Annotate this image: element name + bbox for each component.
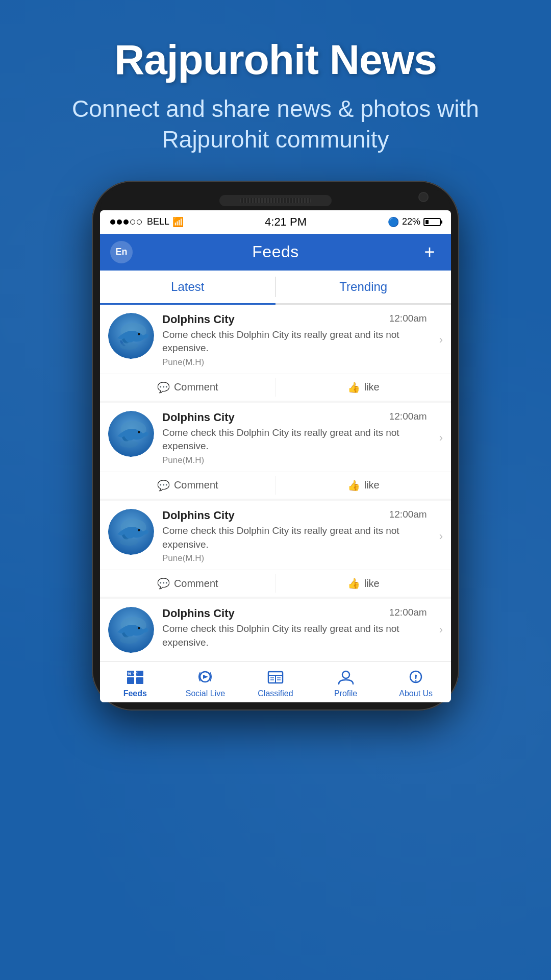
language-button[interactable]: En <box>110 241 133 263</box>
social-live-label: Social Live <box>186 689 225 698</box>
like-icon: 👍 <box>347 577 360 590</box>
feed-time: 12:00am <box>389 509 427 520</box>
like-icon: 👍 <box>347 479 360 492</box>
status-bar: BELL 📶 4:21 PM 🔵 22% <box>100 210 451 234</box>
feed-actions: 💬 Comment 👍 like <box>100 570 451 597</box>
signal-dot-3 <box>123 219 129 225</box>
tab-trending[interactable]: Trending <box>276 271 452 303</box>
feed-text: Dolphins City 12:00am Come check this Do… <box>162 509 427 564</box>
about-icon <box>404 668 428 687</box>
chevron-right-icon[interactable]: › <box>439 623 443 636</box>
feed-time: 12:00am <box>389 313 427 324</box>
classified-icon <box>263 668 288 687</box>
bluetooth-icon: 🔵 <box>388 216 399 228</box>
feed-item: Dolphins City 12:00am Come check this Do… <box>100 599 451 659</box>
battery-indicator <box>423 218 441 226</box>
nav-profile[interactable]: Profile <box>311 666 381 700</box>
like-button[interactable]: 👍 like <box>276 570 452 597</box>
profile-label: Profile <box>334 689 357 698</box>
feed-time: 12:00am <box>389 411 427 422</box>
status-right: 🔵 22% <box>388 216 441 228</box>
bottom-nav: N NEWS Feeds <box>100 661 451 702</box>
chevron-right-icon[interactable]: › <box>439 431 443 445</box>
app-title: Rajpurohit News <box>114 36 437 84</box>
classified-label: Classified <box>258 689 293 698</box>
signal-dot-4 <box>130 219 135 225</box>
feed-time: 12:00am <box>389 607 427 618</box>
tab-latest[interactable]: Latest <box>100 271 276 303</box>
feed-title: Dolphins City <box>162 313 235 326</box>
nav-feeds[interactable]: N NEWS Feeds <box>100 666 170 700</box>
svg-point-10 <box>138 529 140 531</box>
feed-description: Come check this Dolphin City its really … <box>162 426 427 453</box>
phone-screen: BELL 📶 4:21 PM 🔵 22% En Feeds <box>100 210 451 703</box>
comment-icon: 💬 <box>157 577 170 590</box>
comment-label: Comment <box>174 578 218 590</box>
status-time: 4:21 PM <box>184 215 388 229</box>
tabs-bar: Latest Trending <box>100 271 451 305</box>
signal-dot-2 <box>117 219 122 225</box>
feed-description: Come check this Dolphin City its really … <box>162 524 427 551</box>
like-button[interactable]: 👍 like <box>276 472 452 499</box>
comment-button[interactable]: 💬 Comment <box>100 374 276 401</box>
status-left: BELL 📶 <box>110 216 184 228</box>
app-header: En Feeds + <box>100 234 451 271</box>
svg-point-3 <box>120 342 138 349</box>
feed-description: Come check this Dolphin City its really … <box>162 622 427 649</box>
svg-marker-23 <box>203 675 208 679</box>
social-live-icon <box>193 668 217 687</box>
battery-fill <box>425 220 429 224</box>
feed-list: Dolphins City 12:00am Come check this Do… <box>100 305 451 659</box>
signal-dot-5 <box>137 219 142 225</box>
feeds-icon: N NEWS <box>123 668 147 687</box>
feed-description: Come check this Dolphin City its really … <box>162 328 427 355</box>
like-label: like <box>364 381 380 393</box>
feed-location: Pune(M.H) <box>162 553 427 564</box>
svg-text:NEWS: NEWS <box>128 671 138 675</box>
comment-icon: 💬 <box>157 381 170 394</box>
feed-text: Dolphins City 12:00am Come check this Do… <box>162 411 427 465</box>
feed-item: Dolphins City 12:00am Come check this Do… <box>100 501 451 597</box>
wifi-icon: 📶 <box>172 216 184 228</box>
svg-point-7 <box>120 440 138 447</box>
feed-title: Dolphins City <box>162 607 235 620</box>
signal-indicator <box>110 219 142 225</box>
svg-point-33 <box>415 680 417 682</box>
battery-label: 22% <box>402 216 420 227</box>
feeds-title: Feeds <box>252 242 298 261</box>
app-subtitle: Connect and share news & photos with Raj… <box>0 94 551 155</box>
chevron-right-icon[interactable]: › <box>439 530 443 543</box>
feed-title: Dolphins City <box>162 411 235 424</box>
like-icon: 👍 <box>347 381 360 394</box>
about-label: About Us <box>399 689 433 698</box>
feed-location: Pune(M.H) <box>162 455 427 465</box>
like-label: like <box>364 479 380 491</box>
svg-point-6 <box>138 431 140 433</box>
phone-camera <box>418 192 429 202</box>
chevron-right-icon[interactable]: › <box>439 333 443 347</box>
feed-avatar <box>108 411 154 457</box>
profile-icon <box>334 668 358 687</box>
feed-avatar <box>108 607 154 653</box>
like-button[interactable]: 👍 like <box>276 374 452 401</box>
feed-item: Dolphins City 12:00am Come check this Do… <box>100 403 451 499</box>
svg-rect-19 <box>136 677 143 684</box>
feed-avatar <box>108 313 154 359</box>
feed-text: Dolphins City 12:00am Come check this Do… <box>162 607 427 651</box>
add-feed-button[interactable]: + <box>418 241 441 263</box>
feed-item: Dolphins City 12:00am Come check this Do… <box>100 305 451 401</box>
signal-dot-1 <box>110 219 115 225</box>
phone-mockup: BELL 📶 4:21 PM 🔵 22% En Feeds <box>92 181 459 711</box>
phone-speaker <box>219 195 332 206</box>
comment-button[interactable]: 💬 Comment <box>100 472 276 499</box>
feed-avatar <box>108 509 154 555</box>
like-label: like <box>364 578 380 590</box>
nav-social-live[interactable]: Social Live <box>170 666 241 700</box>
svg-point-15 <box>120 636 138 644</box>
nav-classified[interactable]: Classified <box>240 666 311 700</box>
feed-actions: 💬 Comment 👍 like <box>100 472 451 499</box>
feed-text: Dolphins City 12:00am Come check this Do… <box>162 313 427 368</box>
svg-point-11 <box>120 538 138 546</box>
nav-about[interactable]: About Us <box>381 666 451 700</box>
comment-button[interactable]: 💬 Comment <box>100 570 276 597</box>
